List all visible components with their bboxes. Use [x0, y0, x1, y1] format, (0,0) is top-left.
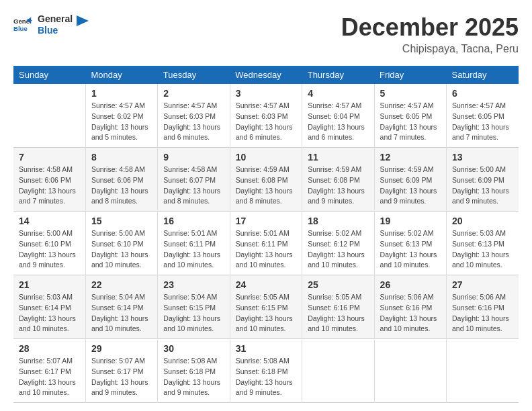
- day-number: 5: [380, 88, 441, 99]
- day-cell: 27Sunrise: 5:06 AMSunset: 6:16 PMDayligh…: [447, 275, 519, 339]
- day-number: 12: [380, 152, 441, 163]
- day-number: 29: [91, 343, 152, 354]
- day-info: Sunrise: 4:58 AMSunset: 6:06 PMDaylight:…: [91, 165, 152, 207]
- day-number: 21: [19, 279, 80, 290]
- week-row-4: 21Sunrise: 5:03 AMSunset: 6:14 PMDayligh…: [13, 275, 519, 339]
- day-cell: 11Sunrise: 4:59 AMSunset: 6:08 PMDayligh…: [302, 148, 374, 212]
- day-number: 27: [452, 279, 513, 290]
- day-number: 30: [163, 343, 224, 354]
- column-header-monday: Monday: [85, 66, 157, 84]
- day-number: 13: [452, 152, 513, 163]
- day-cell: 18Sunrise: 5:02 AMSunset: 6:12 PMDayligh…: [302, 212, 374, 275]
- day-info: Sunrise: 4:58 AMSunset: 6:06 PMDaylight:…: [19, 165, 80, 207]
- day-number: 3: [236, 88, 296, 99]
- day-number: 4: [308, 88, 368, 99]
- day-info: Sunrise: 4:57 AMSunset: 6:05 PMDaylight:…: [380, 101, 441, 143]
- day-cell: 17Sunrise: 5:01 AMSunset: 6:11 PMDayligh…: [230, 212, 302, 275]
- day-info: Sunrise: 5:06 AMSunset: 6:16 PMDaylight:…: [380, 292, 441, 334]
- column-header-friday: Friday: [374, 66, 446, 84]
- day-info: Sunrise: 4:59 AMSunset: 6:08 PMDaylight:…: [308, 165, 368, 207]
- column-header-thursday: Thursday: [302, 66, 374, 84]
- day-cell: 9Sunrise: 4:58 AMSunset: 6:07 PMDaylight…: [158, 148, 230, 212]
- day-number: 1: [91, 88, 152, 99]
- day-cell: [302, 339, 374, 403]
- logo: General Blue General Blue: [13, 13, 89, 36]
- day-cell: 31Sunrise: 5:08 AMSunset: 6:18 PMDayligh…: [230, 339, 302, 403]
- day-number: 18: [308, 216, 368, 226]
- calendar-table: SundayMondayTuesdayWednesdayThursdayFrid…: [13, 66, 519, 403]
- logo-blue: Blue: [38, 25, 73, 36]
- day-info: Sunrise: 5:02 AMSunset: 6:13 PMDaylight:…: [380, 228, 441, 271]
- day-cell: 3Sunrise: 4:57 AMSunset: 6:03 PMDaylight…: [230, 84, 302, 148]
- logo-icon: General Blue: [13, 15, 32, 34]
- day-cell: 10Sunrise: 4:59 AMSunset: 6:08 PMDayligh…: [230, 148, 302, 212]
- day-info: Sunrise: 5:07 AMSunset: 6:17 PMDaylight:…: [19, 356, 80, 398]
- day-info: Sunrise: 4:57 AMSunset: 6:05 PMDaylight:…: [452, 101, 513, 143]
- day-cell: 4Sunrise: 4:57 AMSunset: 6:04 PMDaylight…: [302, 84, 374, 148]
- day-number: 28: [19, 343, 80, 354]
- day-cell: 14Sunrise: 5:00 AMSunset: 6:10 PMDayligh…: [13, 212, 85, 275]
- day-number: 11: [308, 152, 368, 163]
- column-header-sunday: Sunday: [13, 66, 85, 84]
- day-cell: 23Sunrise: 5:04 AMSunset: 6:15 PMDayligh…: [158, 275, 230, 339]
- day-number: 19: [380, 216, 441, 226]
- day-cell: [13, 84, 85, 148]
- day-cell: 22Sunrise: 5:04 AMSunset: 6:14 PMDayligh…: [85, 275, 157, 339]
- day-number: 26: [380, 279, 441, 290]
- day-number: 22: [91, 279, 152, 290]
- column-header-tuesday: Tuesday: [158, 66, 230, 84]
- day-info: Sunrise: 5:02 AMSunset: 6:12 PMDaylight:…: [308, 228, 368, 271]
- day-cell: 7Sunrise: 4:58 AMSunset: 6:06 PMDaylight…: [13, 148, 85, 212]
- day-cell: 26Sunrise: 5:06 AMSunset: 6:16 PMDayligh…: [374, 275, 446, 339]
- day-cell: 12Sunrise: 4:59 AMSunset: 6:09 PMDayligh…: [374, 148, 446, 212]
- day-number: 17: [236, 216, 296, 226]
- day-info: Sunrise: 5:04 AMSunset: 6:14 PMDaylight:…: [91, 292, 152, 334]
- column-header-saturday: Saturday: [447, 66, 519, 84]
- day-number: 9: [163, 152, 224, 163]
- day-info: Sunrise: 5:03 AMSunset: 6:14 PMDaylight:…: [19, 292, 80, 334]
- day-cell: 1Sunrise: 4:57 AMSunset: 6:02 PMDaylight…: [85, 84, 157, 148]
- week-row-5: 28Sunrise: 5:07 AMSunset: 6:17 PMDayligh…: [13, 339, 519, 403]
- day-info: Sunrise: 4:57 AMSunset: 6:02 PMDaylight:…: [91, 101, 152, 143]
- day-info: Sunrise: 5:05 AMSunset: 6:16 PMDaylight:…: [308, 292, 368, 334]
- svg-text:Blue: Blue: [13, 25, 28, 32]
- day-info: Sunrise: 4:58 AMSunset: 6:07 PMDaylight:…: [163, 165, 224, 207]
- day-cell: 24Sunrise: 5:05 AMSunset: 6:15 PMDayligh…: [230, 275, 302, 339]
- day-number: 7: [19, 152, 80, 163]
- day-info: Sunrise: 4:59 AMSunset: 6:09 PMDaylight:…: [380, 165, 441, 207]
- column-header-wednesday: Wednesday: [230, 66, 302, 84]
- calendar-subtitle: Chipispaya, Tacna, Peru: [341, 43, 519, 55]
- day-info: Sunrise: 5:07 AMSunset: 6:17 PMDaylight:…: [91, 356, 152, 398]
- day-number: 23: [163, 279, 224, 290]
- day-info: Sunrise: 4:57 AMSunset: 6:03 PMDaylight:…: [163, 101, 224, 143]
- day-cell: 15Sunrise: 5:00 AMSunset: 6:10 PMDayligh…: [85, 212, 157, 275]
- day-cell: 5Sunrise: 4:57 AMSunset: 6:05 PMDaylight…: [374, 84, 446, 148]
- day-number: 8: [91, 152, 152, 163]
- day-cell: 16Sunrise: 5:01 AMSunset: 6:11 PMDayligh…: [158, 212, 230, 275]
- day-number: 20: [452, 216, 513, 226]
- day-cell: [447, 339, 519, 403]
- day-number: 25: [308, 279, 368, 290]
- day-info: Sunrise: 5:08 AMSunset: 6:18 PMDaylight:…: [163, 356, 224, 398]
- day-number: 2: [163, 88, 224, 99]
- header-row: SundayMondayTuesdayWednesdayThursdayFrid…: [13, 66, 519, 84]
- day-number: 15: [91, 216, 152, 226]
- day-cell: 13Sunrise: 5:00 AMSunset: 6:09 PMDayligh…: [447, 148, 519, 212]
- logo-arrow-icon: [77, 15, 89, 29]
- day-cell: 8Sunrise: 4:58 AMSunset: 6:06 PMDaylight…: [85, 148, 157, 212]
- day-number: 31: [236, 343, 296, 354]
- title-block: December 2025 Chipispaya, Tacna, Peru: [341, 13, 519, 55]
- day-info: Sunrise: 4:59 AMSunset: 6:08 PMDaylight:…: [236, 165, 296, 207]
- day-info: Sunrise: 5:03 AMSunset: 6:13 PMDaylight:…: [452, 228, 513, 271]
- svg-marker-3: [77, 15, 89, 26]
- day-info: Sunrise: 5:04 AMSunset: 6:15 PMDaylight:…: [163, 292, 224, 334]
- day-cell: 28Sunrise: 5:07 AMSunset: 6:17 PMDayligh…: [13, 339, 85, 403]
- day-cell: 19Sunrise: 5:02 AMSunset: 6:13 PMDayligh…: [374, 212, 446, 275]
- day-info: Sunrise: 5:01 AMSunset: 6:11 PMDaylight:…: [236, 228, 296, 271]
- day-number: 10: [236, 152, 296, 163]
- day-cell: 6Sunrise: 4:57 AMSunset: 6:05 PMDaylight…: [447, 84, 519, 148]
- day-info: Sunrise: 4:57 AMSunset: 6:04 PMDaylight:…: [308, 101, 368, 143]
- page-header: General Blue General Blue December 2025 …: [13, 13, 519, 55]
- day-number: 16: [163, 216, 224, 226]
- day-info: Sunrise: 5:00 AMSunset: 6:10 PMDaylight:…: [19, 228, 80, 271]
